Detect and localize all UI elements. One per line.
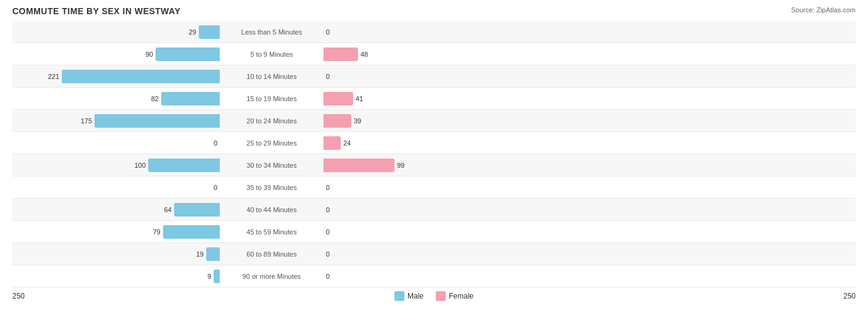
bar-label: 15 to 19 Minutes [222,95,321,102]
left-section: 19 [12,247,222,261]
bar-label: 35 to 39 Minutes [222,184,321,191]
bar-label: 90 or more Minutes [222,273,321,280]
female-legend-label: Female [449,292,474,300]
female-legend-box [436,291,446,301]
female-value: 48 [361,51,378,58]
male-bar [214,270,220,283]
bar-row: 6440 to 44 Minutes0 [12,199,856,221]
axis-left-label: 250 [12,292,25,300]
male-value: 175 [75,117,92,125]
male-value: 90 [136,51,153,58]
bar-row: 905 to 9 Minutes48 [12,43,856,65]
chart-title: COMMUTE TIME BY SEX IN WESTWAY [12,6,180,16]
bar-row: 990 or more Minutes0 [12,265,856,287]
source-text: Source: ZipAtlas.com [791,6,856,14]
male-value: 9 [194,273,211,280]
right-section: 0 [321,203,531,217]
female-value: 0 [326,250,343,258]
right-section: 99 [321,159,531,172]
male-value: 100 [128,162,146,169]
left-section: 0 [12,181,222,194]
bar-label: 20 to 24 Minutes [222,117,321,125]
female-value: 41 [356,95,373,102]
male-value: 82 [141,95,159,102]
female-value: 99 [397,162,414,169]
legend-container: 250 Male Female 250 [12,291,856,301]
right-section: 48 [321,47,531,61]
chart-area: 29Less than 5 Minutes0905 to 9 Minutes48… [12,21,856,287]
bar-label: 45 to 59 Minutes [222,228,321,236]
male-value: 221 [42,73,59,80]
female-bar [323,136,341,150]
right-section: 0 [321,247,531,261]
axis-right-label: 250 [843,292,856,300]
left-section: 175 [12,114,222,128]
bar-label: 10 to 14 Minutes [222,73,321,80]
female-value: 0 [326,184,343,191]
male-bar [94,114,220,128]
right-section: 0 [321,225,531,239]
bar-label: 25 to 29 Minutes [222,139,321,147]
right-section: 0 [321,181,531,194]
male-value: 79 [143,228,161,236]
legend-male: Male [394,291,424,301]
male-bar [199,25,220,39]
header: COMMUTE TIME BY SEX IN WESTWAY Source: Z… [12,6,856,16]
left-section: 82 [12,92,222,105]
male-bar [174,203,220,217]
female-value: 0 [326,228,343,236]
left-section: 29 [12,25,222,39]
left-section: 100 [12,159,222,172]
right-section: 39 [321,114,531,128]
male-legend-box [394,291,404,301]
legend-female: Female [436,291,474,301]
female-value: 39 [354,117,371,125]
bar-row: 10030 to 34 Minutes99 [12,154,856,176]
bar-row: 025 to 29 Minutes24 [12,132,856,154]
male-value: 0 [200,139,217,147]
female-value: 24 [343,139,361,147]
male-bar [62,70,220,83]
female-value: 0 [326,273,343,280]
bar-row: 035 to 39 Minutes0 [12,176,856,199]
bar-label: 30 to 34 Minutes [222,162,321,169]
male-legend-label: Male [407,292,424,300]
right-section: 0 [321,25,531,39]
male-value: 19 [186,250,204,258]
bar-row: 29Less than 5 Minutes0 [12,21,856,43]
female-bar [323,114,351,128]
left-section: 79 [12,225,222,239]
bar-label: 5 to 9 Minutes [222,51,321,58]
bar-row: 1960 to 89 Minutes0 [12,243,856,265]
left-section: 9 [12,270,222,283]
page-container: COMMUTE TIME BY SEX IN WESTWAY Source: Z… [12,6,856,301]
bar-label: 40 to 44 Minutes [222,206,321,213]
left-section: 90 [12,47,222,61]
right-section: 0 [321,70,531,83]
bar-row: 8215 to 19 Minutes41 [12,88,856,110]
male-value: 0 [200,184,217,191]
male-bar [156,47,220,61]
male-bar [148,159,220,172]
bar-row: 17520 to 24 Minutes39 [12,110,856,132]
legend-items: Male Female [394,291,474,301]
male-value: 29 [179,28,196,36]
bar-label: 60 to 89 Minutes [222,250,321,258]
female-value: 0 [326,28,343,36]
right-section: 41 [321,92,531,105]
bar-row: 22110 to 14 Minutes0 [12,65,856,88]
female-value: 0 [326,73,343,80]
male-bar [163,225,220,239]
male-bar [206,247,220,261]
bar-row: 7945 to 59 Minutes0 [12,221,856,243]
left-section: 0 [12,136,222,150]
right-section: 0 [321,270,531,283]
male-value: 64 [154,206,172,213]
female-bar [323,47,358,61]
female-bar [323,159,394,172]
left-section: 64 [12,203,222,217]
left-section: 221 [12,70,222,83]
bar-label: Less than 5 Minutes [222,28,321,36]
right-section: 24 [321,136,531,150]
female-bar [323,92,353,105]
